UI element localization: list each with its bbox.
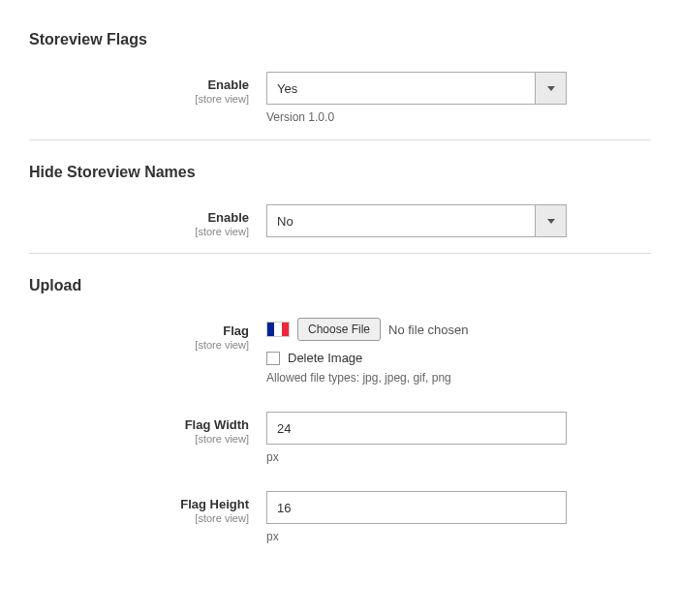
- field-value-col: Choose File No file chosen Delete Image …: [266, 318, 651, 385]
- field-flag: Flag [store view] Choose File No file ch…: [29, 308, 651, 390]
- field-label: Enable: [29, 77, 249, 92]
- flag-file-row: Choose File No file chosen: [266, 318, 651, 341]
- flag-stripe-2: [274, 323, 281, 336]
- field-flag-height: Flag Height [store view] px: [29, 481, 651, 549]
- section-title: Storeview Flags: [29, 19, 651, 62]
- field-enable-hide-names: Enable [store view] No: [29, 195, 651, 243]
- select-value: Yes: [267, 81, 535, 96]
- chevron-down-icon: [535, 205, 566, 236]
- field-value-col: No: [266, 204, 651, 237]
- divider: [29, 253, 651, 254]
- field-enable-storeview-flags: Enable [store view] Yes Version 1.0.0: [29, 62, 651, 130]
- field-value-col: Yes Version 1.0.0: [266, 72, 651, 124]
- flag-stripe-1: [267, 323, 274, 336]
- delete-image-checkbox[interactable]: [266, 352, 280, 365]
- field-scope: [store view]: [29, 226, 249, 237]
- flag-preview: [266, 322, 290, 337]
- section-upload: Upload Flag [store view] Choose File No …: [29, 265, 651, 549]
- section-title: Upload: [29, 265, 651, 308]
- unit-note: px: [266, 450, 651, 464]
- section-hide-names: Hide Storeview Names Enable [store view]…: [29, 152, 651, 243]
- field-flag-width: Flag Width [store view] px: [29, 402, 651, 470]
- allowed-types-note: Allowed file types: jpg, jpeg, gif, png: [266, 371, 651, 385]
- field-value-col: px: [266, 412, 651, 464]
- field-label-col: Flag [store view]: [29, 318, 266, 351]
- field-label: Flag Width: [29, 417, 249, 432]
- field-value-col: px: [266, 491, 651, 543]
- field-label: Enable: [29, 210, 249, 225]
- choose-file-button[interactable]: Choose File: [297, 318, 381, 341]
- select-value: No: [267, 214, 535, 229]
- field-label-col: Enable [store view]: [29, 204, 266, 237]
- field-label: Flag: [29, 323, 249, 338]
- field-scope: [store view]: [29, 93, 249, 105]
- file-status: No file chosen: [388, 323, 468, 337]
- chevron-down-icon: [535, 73, 566, 104]
- field-scope: [store view]: [29, 339, 249, 351]
- field-label-col: Enable [store view]: [29, 72, 266, 105]
- flag-stripe-3: [282, 323, 289, 336]
- section-title: Hide Storeview Names: [29, 152, 651, 195]
- unit-note: px: [266, 530, 651, 543]
- field-label: Flag Height: [29, 497, 249, 511]
- field-scope: [store view]: [29, 512, 249, 524]
- delete-image-row: Delete Image: [266, 351, 651, 365]
- enable-select[interactable]: No: [266, 204, 567, 237]
- delete-image-label: Delete Image: [288, 351, 362, 365]
- field-note: Version 1.0.0: [266, 110, 651, 124]
- enable-select[interactable]: Yes: [266, 72, 567, 105]
- field-scope: [store view]: [29, 433, 249, 445]
- flag-width-input[interactable]: [266, 412, 567, 445]
- field-label-col: Flag Width [store view]: [29, 412, 266, 445]
- divider: [29, 139, 651, 140]
- section-storeview-flags: Storeview Flags Enable [store view] Yes …: [29, 19, 651, 130]
- flag-height-input[interactable]: [266, 491, 567, 524]
- field-label-col: Flag Height [store view]: [29, 491, 266, 524]
